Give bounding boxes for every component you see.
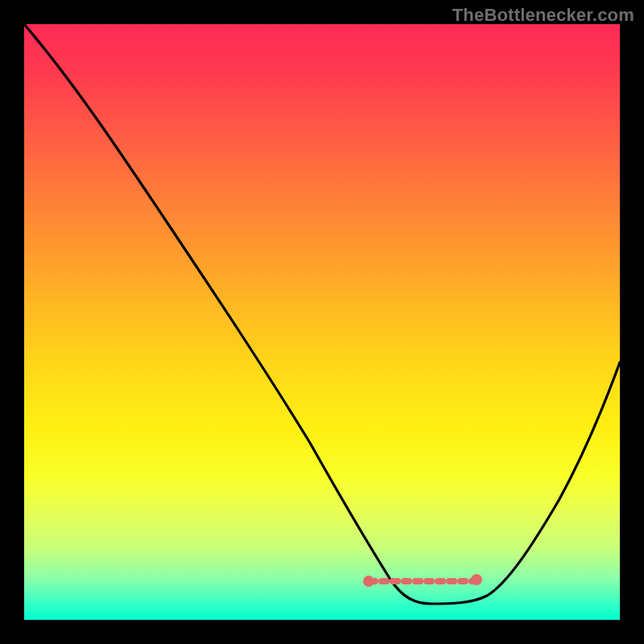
svg-point-1: [363, 576, 374, 587]
curve-layer: [24, 24, 620, 620]
watermark-text: TheBottleneсker.com: [452, 5, 634, 26]
svg-point-2: [471, 574, 482, 585]
bottleneck-curve: [24, 24, 620, 604]
optimal-range-marker: [363, 574, 482, 587]
plot-area: [24, 24, 620, 620]
chart-container: TheBottleneсker.com: [0, 0, 644, 644]
